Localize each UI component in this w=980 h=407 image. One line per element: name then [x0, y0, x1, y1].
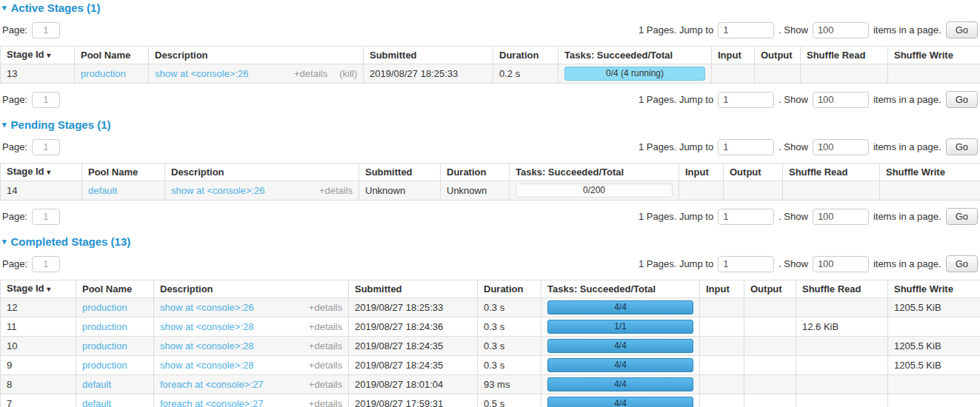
page-number-input[interactable] — [32, 139, 60, 155]
description-link[interactable]: show at <console>:28 — [160, 321, 253, 333]
col-header-tasks[interactable]: Tasks: Succeeded/Total — [510, 164, 679, 181]
stage-id-cell: 8 — [1, 375, 76, 394]
col-header-stage-id[interactable]: Stage Id ▾ — [1, 164, 82, 181]
col-header-shuffle-write[interactable]: Shuffle Write — [888, 280, 980, 298]
page-number-input[interactable] — [32, 256, 60, 272]
col-header-duration[interactable]: Duration — [478, 280, 541, 298]
col-header-description[interactable]: Description — [165, 164, 359, 181]
col-header-input[interactable]: Input — [700, 280, 744, 298]
show-items-input[interactable] — [813, 92, 869, 108]
col-header-output[interactable]: Output — [755, 47, 801, 64]
description-link[interactable]: show at <console>:26 — [160, 302, 253, 314]
col-header-pool-name[interactable]: Pool Name — [75, 47, 149, 64]
description-cell: show at <console>:26 +details — [165, 181, 359, 201]
pool-name-link[interactable]: production — [81, 68, 126, 79]
section-heading-completed-stages[interactable]: ▾ Completed Stages (13) — [2, 235, 980, 248]
collapse-arrow-icon: ▾ — [2, 121, 7, 129]
go-button[interactable]: Go — [946, 138, 978, 155]
output-cell — [755, 64, 801, 84]
task-progress-label: 4/4 — [614, 379, 627, 389]
duration-cell: 0.3 s — [478, 298, 541, 317]
col-header-duration[interactable]: Duration — [441, 164, 510, 181]
col-header-tasks[interactable]: Tasks: Succeeded/Total — [541, 280, 700, 298]
pool-name-cell: default — [76, 394, 154, 407]
pool-name-cell: default — [76, 375, 154, 394]
details-link[interactable]: +details — [319, 185, 353, 197]
pages-count-text: 1 Pages. Jump to — [639, 258, 713, 269]
col-header-shuffle-write[interactable]: Shuffle Write — [888, 47, 980, 64]
section-heading-active-stages[interactable]: ▾ Active Stages (1) — [2, 1, 980, 14]
col-header-submitted[interactable]: Submitted — [364, 47, 493, 64]
description-link[interactable]: show at <console>:26 — [171, 185, 264, 197]
col-header-description[interactable]: Description — [149, 47, 364, 64]
col-header-submitted[interactable]: Submitted — [359, 164, 441, 181]
shuffle-write-cell — [888, 317, 980, 337]
go-button[interactable]: Go — [946, 91, 978, 108]
jump-to-input[interactable] — [718, 209, 774, 225]
jump-to-input[interactable] — [718, 22, 774, 38]
col-header-tasks[interactable]: Tasks: Succeeded/Total — [559, 47, 712, 64]
show-items-input[interactable] — [813, 139, 869, 155]
description-link[interactable]: foreach at <console>:27 — [160, 398, 264, 407]
col-header-output[interactable]: Output — [744, 280, 796, 298]
table-row: 11 production show at <console>:28+detai… — [1, 317, 980, 337]
col-header-duration[interactable]: Duration — [493, 47, 559, 64]
show-label: . Show — [779, 211, 808, 222]
col-header-input[interactable]: Input — [712, 47, 755, 64]
col-header-shuffle-read[interactable]: Shuffle Read — [783, 164, 880, 181]
description-link[interactable]: foreach at <console>:27 — [160, 379, 264, 391]
pool-name-link[interactable]: default — [88, 185, 117, 196]
description-cell: show at <console>:28+details — [154, 356, 349, 375]
show-items-input[interactable] — [813, 22, 869, 38]
go-button[interactable]: Go — [946, 208, 978, 225]
pool-name-link[interactable]: default — [82, 379, 111, 390]
input-cell — [712, 64, 755, 84]
details-link[interactable]: +details — [309, 360, 342, 371]
go-button[interactable]: Go — [946, 255, 978, 272]
pool-name-link[interactable]: production — [82, 340, 127, 352]
details-link[interactable]: +details — [294, 68, 327, 80]
task-progress-bar: 0/200 — [516, 184, 673, 198]
col-header-shuffle-read[interactable]: Shuffle Read — [801, 47, 888, 64]
pool-name-cell: production — [76, 298, 154, 317]
pool-name-link[interactable]: production — [82, 302, 127, 313]
pool-name-link[interactable]: production — [82, 321, 127, 332]
details-link[interactable]: +details — [309, 398, 342, 407]
stage-id-cell: 11 — [1, 317, 76, 337]
sort-desc-icon: ▾ — [47, 168, 50, 176]
details-link[interactable]: +details — [309, 340, 342, 352]
details-link[interactable]: +details — [309, 379, 342, 391]
go-button[interactable]: Go — [946, 21, 978, 38]
col-header-stage-id[interactable]: Stage Id ▾ — [1, 47, 75, 64]
description-link[interactable]: show at <console>:28 — [160, 340, 253, 352]
pool-name-link[interactable]: production — [82, 360, 127, 371]
col-header-input[interactable]: Input — [679, 164, 724, 181]
col-header-description[interactable]: Description — [154, 280, 349, 298]
jump-to-input[interactable] — [718, 139, 774, 155]
sort-desc-icon: ▾ — [47, 51, 50, 59]
col-header-pool-name[interactable]: Pool Name — [76, 280, 154, 298]
section-heading-pending-stages[interactable]: ▾ Pending Stages (1) — [2, 118, 980, 131]
col-header-stage-id[interactable]: Stage Id ▾ — [1, 280, 76, 298]
page-number-input[interactable] — [32, 92, 60, 108]
table-row: 9 production show at <console>:28+detail… — [1, 356, 980, 375]
description-link[interactable]: show at <console>:28 — [160, 360, 253, 371]
jump-to-input[interactable] — [718, 256, 774, 272]
details-link[interactable]: +details — [309, 321, 342, 333]
jump-to-input[interactable] — [718, 92, 774, 108]
pool-name-link[interactable]: default — [82, 398, 111, 407]
col-header-pool-name[interactable]: Pool Name — [82, 164, 165, 181]
show-items-input[interactable] — [813, 209, 869, 225]
show-items-input[interactable] — [813, 256, 869, 272]
col-header-submitted[interactable]: Submitted — [349, 280, 478, 298]
description-link[interactable]: show at <console>:26 — [155, 68, 248, 80]
page-number-input[interactable] — [32, 22, 60, 38]
col-header-output[interactable]: Output — [724, 164, 783, 181]
duration-cell: 0.5 s — [478, 394, 541, 407]
shuffle-write-cell: 1205.5 KiB — [888, 356, 980, 375]
col-header-shuffle-write[interactable]: Shuffle Write — [880, 164, 980, 181]
col-header-shuffle-read[interactable]: Shuffle Read — [796, 280, 888, 298]
kill-link[interactable]: (kill) — [339, 68, 357, 80]
page-number-input[interactable] — [32, 209, 60, 225]
details-link[interactable]: +details — [309, 302, 342, 314]
